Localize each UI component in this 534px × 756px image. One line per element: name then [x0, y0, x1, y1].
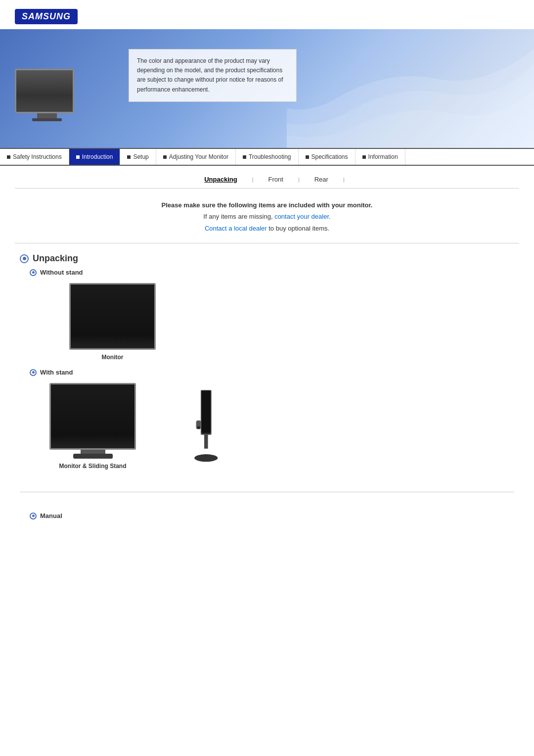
nav-label-troubleshooting: Troubleshooting [249, 153, 291, 160]
info-line1: Please make sure the following items are… [30, 199, 504, 211]
hero-monitor-graphic [15, 69, 79, 133]
with-stand-heading: With stand [30, 369, 514, 376]
nav-square-safety [7, 155, 10, 159]
without-stand-heading: Without stand [30, 269, 514, 276]
unpacking-content: Unpacking Without stand Monitor With sta… [0, 243, 534, 482]
monitor-base-piece [73, 454, 113, 459]
monitor-front-stand-wrap: Monitor & Sliding Stand [49, 383, 136, 472]
nav-label-safety: Safety Instructions [13, 153, 62, 160]
tab-front[interactable]: Front [254, 176, 298, 183]
hero-description-text: The color and appearance of the product … [137, 57, 283, 93]
nav-bar: Safety Instructions Introduction Setup A… [0, 148, 534, 166]
hero-banner: The color and appearance of the product … [0, 29, 534, 148]
nav-square-specifications [306, 155, 309, 159]
nav-item-setup[interactable]: Setup [120, 149, 156, 165]
nav-item-troubleshooting[interactable]: Troubleshooting [236, 149, 299, 165]
svg-rect-2 [204, 435, 208, 449]
with-stand-icon [30, 369, 37, 376]
with-stand-label: With stand [40, 369, 73, 376]
monitor-side-view-svg [185, 388, 240, 472]
svg-point-5 [197, 426, 200, 429]
nav-item-information[interactable]: Information [356, 149, 405, 165]
monitor-without-stand-wrap: Monitor [69, 283, 156, 361]
monitor-side-stand-wrap [185, 388, 240, 472]
without-stand-icon [30, 269, 37, 276]
hero-wave-decoration [287, 49, 534, 148]
monitor-stand-piece [81, 450, 105, 454]
local-dealer-link[interactable]: Contact a local dealer [205, 225, 267, 232]
nav-label-introduction: Introduction [82, 153, 113, 160]
info-line3-suffix: to buy optional items. [267, 225, 329, 232]
manual-icon [30, 513, 37, 520]
monitor-front-stand-image [49, 383, 136, 450]
without-stand-icon-inner [32, 271, 35, 274]
samsung-logo: SAMSUNG [15, 9, 78, 24]
info-line3: Contact a local dealer to buy optional i… [30, 223, 504, 234]
info-section: Please make sure the following items are… [15, 189, 519, 243]
nav-item-adjusting[interactable]: Adjusting Your Monitor [156, 149, 236, 165]
nav-square-adjusting [163, 155, 167, 159]
manual-heading: Manual [30, 512, 514, 520]
nav-label-information: Information [368, 153, 398, 160]
nav-label-adjusting: Adjusting Your Monitor [169, 153, 228, 160]
nav-item-introduction[interactable]: Introduction [69, 149, 121, 165]
unpacking-icon-inner [23, 257, 26, 260]
manual-section: Manual [0, 502, 534, 536]
monitor-without-stand-label: Monitor [102, 354, 124, 361]
nav-square-introduction [76, 155, 80, 159]
tab-unpacking[interactable]: Unpacking [189, 176, 252, 183]
without-stand-label: Without stand [40, 269, 83, 276]
tab-sep-3: | [343, 177, 345, 183]
nav-item-safety[interactable]: Safety Instructions [0, 149, 69, 165]
nav-label-specifications: Specifications [312, 153, 348, 160]
tab-rear[interactable]: Rear [300, 176, 343, 183]
nav-label-setup: Setup [133, 153, 148, 160]
sub-tabs: Unpacking | Front | Rear | [15, 166, 519, 189]
section-divider-manual [20, 492, 514, 492]
unpacking-heading: Unpacking [20, 253, 514, 264]
monitor-with-stand-images: Monitor & Sliding Stand [49, 383, 514, 472]
info-line2: If any items are missing, contact your d… [30, 211, 504, 222]
nav-square-troubleshooting [243, 155, 246, 159]
nav-item-specifications[interactable]: Specifications [299, 149, 356, 165]
monitor-with-stand-label: Monitor & Sliding Stand [59, 463, 127, 470]
svg-rect-1 [201, 391, 211, 433]
contact-dealer-link[interactable]: contact your dealer [274, 213, 329, 220]
unpacking-icon [20, 254, 29, 263]
monitor-without-stand-image [69, 283, 156, 350]
nav-square-setup [127, 155, 131, 159]
hero-description-box: The color and appearance of the product … [129, 49, 297, 102]
header: SAMSUNG [0, 0, 534, 29]
svg-point-3 [194, 454, 218, 462]
with-stand-icon-inner [32, 371, 35, 374]
nav-square-information [362, 155, 366, 159]
manual-label: Manual [40, 512, 62, 520]
unpacking-title: Unpacking [33, 253, 78, 264]
manual-icon-inner [32, 515, 35, 517]
